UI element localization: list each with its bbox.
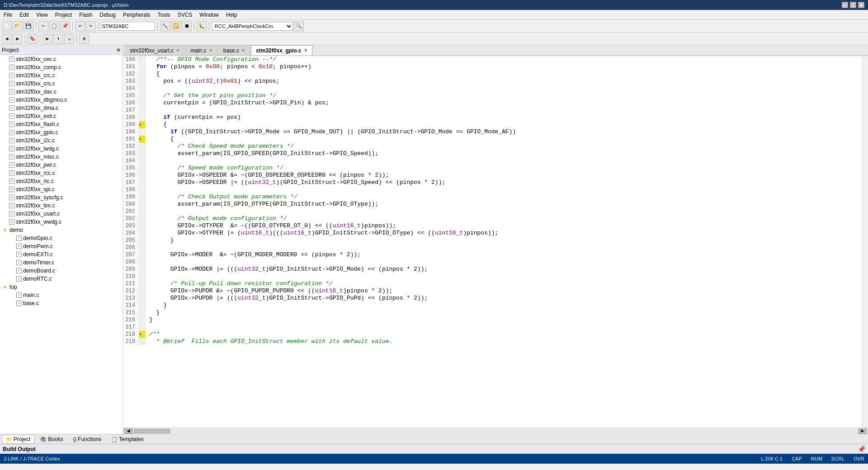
tree-item[interactable]: +main.c bbox=[0, 291, 123, 299]
tree-item[interactable]: +demoPwm.c bbox=[0, 242, 123, 250]
tree-item[interactable]: +stm32f0xx_exti.c bbox=[0, 112, 123, 120]
minimize-button[interactable]: — bbox=[842, 2, 848, 8]
next-button[interactable]: ▶ bbox=[13, 34, 23, 44]
line-code[interactable]: GPIOx->OTYPER |= (uint16_t)(((uint16_t)G… bbox=[146, 230, 862, 237]
settings-button[interactable]: ⚙ bbox=[79, 34, 89, 44]
menu-item-peripherals[interactable]: Peripherals bbox=[119, 11, 154, 19]
tree-item[interactable]: +stm32f0xx_crc.c bbox=[0, 71, 123, 80]
bottom-tab-templates[interactable]: 📋Templates bbox=[107, 435, 148, 444]
tree-item[interactable]: +stm32f0xx_comp.c bbox=[0, 63, 123, 71]
tree-item[interactable]: +stm32f0xx_tim.c bbox=[0, 202, 123, 210]
debug-button[interactable]: 🐛 bbox=[197, 21, 207, 31]
line-code[interactable]: assert_param(IS_GPIO_SPEED(GPIO_InitStru… bbox=[146, 150, 862, 157]
run-button[interactable]: ▶ bbox=[42, 34, 52, 44]
stop-button[interactable]: ⏹ bbox=[182, 21, 192, 31]
tree-item[interactable]: +stm32f0xx_dac.c bbox=[0, 88, 123, 96]
menu-item-project[interactable]: Project bbox=[52, 11, 75, 19]
save-button[interactable]: 💾 bbox=[24, 21, 33, 31]
line-code[interactable]: GPIOx->PUPDR |= (((uint32_t)GPIO_InitStr… bbox=[146, 295, 862, 302]
line-code[interactable]: /* Check Speed mode parameters */ bbox=[146, 143, 862, 150]
line-code[interactable]: } bbox=[146, 309, 862, 316]
tree-item[interactable]: +stm32f0xx_gpio.c bbox=[0, 128, 123, 136]
line-code[interactable] bbox=[146, 157, 862, 164]
menu-item-debug[interactable]: Debug bbox=[96, 11, 119, 19]
line-code[interactable]: currentpin = (GPIO_InitStruct->GPIO_Pin)… bbox=[146, 99, 862, 107]
prev-button[interactable]: ◀ bbox=[2, 34, 12, 44]
line-code[interactable]: /* Check Output mode parameters */ bbox=[146, 193, 862, 201]
line-code[interactable]: } bbox=[146, 316, 862, 324]
rebuild-button[interactable]: 🔁 bbox=[171, 21, 181, 31]
maximize-button[interactable]: □ bbox=[850, 2, 856, 8]
line-code[interactable]: /* Get the port pins position */ bbox=[146, 92, 862, 99]
line-code[interactable] bbox=[146, 208, 862, 215]
line-code[interactable]: if ((GPIO_InitStruct->GPIO_Mode == GPIO_… bbox=[146, 128, 862, 136]
line-code[interactable]: GPIOx->PUPDR &= ~(GPIO_PUPDR_PUPDR0 << (… bbox=[146, 287, 862, 295]
line-code[interactable] bbox=[146, 258, 862, 266]
close-button[interactable]: ✕ bbox=[858, 2, 864, 8]
editor-scrollbar[interactable] bbox=[862, 56, 868, 428]
project-close-icon[interactable]: ✕ bbox=[116, 47, 121, 53]
cut-button[interactable]: ✂ bbox=[38, 21, 48, 31]
new-button[interactable]: 📄 bbox=[2, 21, 12, 31]
tab-close-icon[interactable]: ✕ bbox=[304, 48, 307, 53]
menu-item-window[interactable]: Window bbox=[196, 11, 222, 19]
copy-button[interactable]: 📋 bbox=[49, 21, 59, 31]
hscroll-track[interactable] bbox=[134, 429, 857, 433]
tree-item[interactable]: +stm32f0xx_misc.c bbox=[0, 153, 123, 161]
tree-item[interactable]: +stm32f0xx_spi.c bbox=[0, 185, 123, 193]
tree-item[interactable]: +stm32f0xx_wwdg.c bbox=[0, 218, 123, 226]
bottom-tab-functions[interactable]: {}Functions bbox=[69, 435, 105, 444]
tab-stm32f0xx_usart-c[interactable]: stm32f0xx_usart.c✕ bbox=[125, 45, 184, 55]
tree-item[interactable]: +stm32f0xx_dma.c bbox=[0, 104, 123, 112]
line-code[interactable] bbox=[146, 186, 862, 193]
build-output-icon[interactable]: 📌 bbox=[858, 446, 865, 453]
line-code[interactable]: } bbox=[146, 237, 862, 244]
tree-item[interactable]: +stm32f0xx_iwdg.c bbox=[0, 145, 123, 153]
line-code[interactable] bbox=[146, 324, 862, 331]
window-controls[interactable]: — □ ✕ bbox=[842, 2, 864, 8]
line-code[interactable]: GPIOx->MODER |= (((uint32_t)GPIO_InitStr… bbox=[146, 266, 862, 273]
build-button[interactable]: 🔨 bbox=[160, 21, 170, 31]
menu-item-flash[interactable]: Flash bbox=[75, 11, 96, 19]
line-code[interactable]: /* Pull-up Pull down resistor configurat… bbox=[146, 280, 862, 287]
line-code[interactable]: { bbox=[146, 136, 862, 143]
paste-button[interactable]: 📌 bbox=[60, 21, 70, 31]
tree-item[interactable]: +demoBoard.c bbox=[0, 267, 123, 275]
line-code[interactable]: GPIOx->OSPEEDR |= ((uint32_t)(GPIO_InitS… bbox=[146, 179, 862, 186]
bottom-tab-project[interactable]: 📁Project bbox=[2, 435, 34, 444]
menu-item-view[interactable]: View bbox=[33, 11, 52, 19]
tree-item[interactable]: +stm32f0xx_dbgmcu.c bbox=[0, 96, 123, 104]
tab-close-icon[interactable]: ✕ bbox=[209, 48, 212, 53]
horizontal-scrollbar[interactable]: ◀ ▶ bbox=[123, 428, 868, 434]
menu-item-help[interactable]: Help bbox=[222, 11, 241, 19]
find-button[interactable]: 🔍 bbox=[294, 21, 304, 31]
line-code[interactable] bbox=[146, 85, 862, 92]
line-code[interactable]: if (currentpin == pos) bbox=[146, 114, 862, 121]
line-code[interactable] bbox=[146, 107, 862, 114]
target-select[interactable] bbox=[101, 22, 155, 31]
tree-item[interactable]: +demoGpio.c bbox=[0, 234, 123, 242]
menu-item-svcs[interactable]: SVCS bbox=[174, 11, 196, 19]
tree-item[interactable]: +demoTimer.c bbox=[0, 258, 123, 267]
tree-item[interactable]: +stm32f0xx_flash.c bbox=[0, 120, 123, 128]
bottom-tab-books[interactable]: 📚Books bbox=[36, 435, 67, 444]
tree-item[interactable]: +stm32f0xx_crs.c bbox=[0, 80, 123, 88]
line-code[interactable] bbox=[146, 244, 862, 251]
tree-item[interactable]: +stm32f0xx_usart.c bbox=[0, 210, 123, 218]
tab-close-icon[interactable]: ✕ bbox=[241, 48, 245, 53]
line-code[interactable]: /* Speed mode configuration */ bbox=[146, 164, 862, 172]
line-code[interactable]: /* Output mode configuration */ bbox=[146, 215, 862, 222]
tree-item[interactable]: +stm32f0xx_rtc.c bbox=[0, 177, 123, 185]
tree-item[interactable]: +demoEXTI.c bbox=[0, 250, 123, 258]
line-code[interactable] bbox=[146, 273, 862, 280]
tree-item[interactable]: +stm32f0xx_pwr.c bbox=[0, 161, 123, 169]
scroll-left-button[interactable]: ◀ bbox=[124, 428, 133, 434]
tree-item[interactable]: +demoRTC.c bbox=[0, 275, 123, 283]
menu-item-file[interactable]: File bbox=[0, 11, 16, 19]
menu-item-tools[interactable]: Tools bbox=[154, 11, 174, 19]
step-in-button[interactable]: ↘ bbox=[64, 34, 74, 44]
scroll-right-button[interactable]: ▶ bbox=[858, 428, 867, 434]
tree-item[interactable]: +stm32f0xx_syscfg.c bbox=[0, 193, 123, 202]
line-code[interactable]: { bbox=[146, 70, 862, 78]
line-code[interactable]: /**-- GPIO Mode Configuration --*/ bbox=[146, 56, 862, 63]
